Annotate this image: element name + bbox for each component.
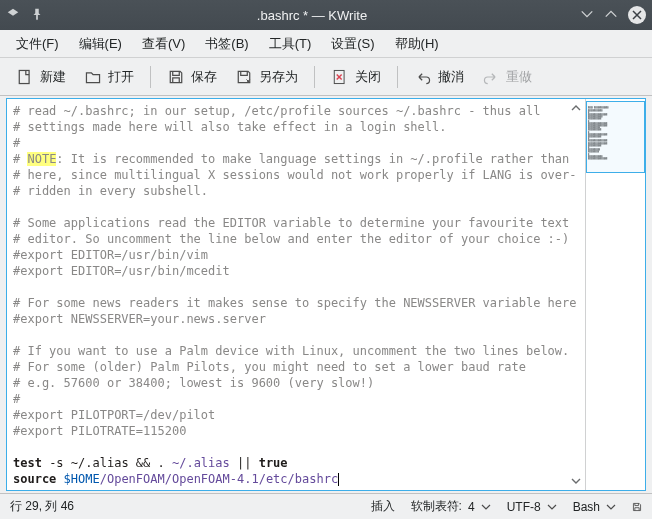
code-line: # settings made here will also take effe…	[13, 120, 446, 134]
menu-file[interactable]: 文件(F)	[8, 32, 67, 56]
undo-label: 撤消	[438, 68, 464, 86]
code-line: # here, since multilingual X sessions wo…	[13, 168, 577, 182]
toolbar: 新建 打开 保存 另存为 关闭 撤消 重做	[0, 58, 652, 96]
status-softtab[interactable]: 软制表符: 4	[411, 498, 491, 515]
code-line: # For some news readers it makes sense t…	[13, 296, 577, 310]
editor-area: # read ~/.bashrc; in our setup, /etc/pro…	[6, 98, 646, 491]
code-line: # For some (older) Palm Pilots, you migh…	[13, 360, 526, 374]
redo-label: 重做	[506, 68, 532, 86]
code-text: -s ~/.alias	[42, 456, 136, 470]
new-button[interactable]: 新建	[8, 64, 74, 90]
code-var: $HOME	[64, 472, 100, 486]
toolbar-separator	[314, 66, 315, 88]
menu-tools[interactable]: 工具(T)	[261, 32, 320, 56]
scroll-up-icon[interactable]	[569, 101, 583, 115]
saveas-icon	[235, 68, 253, 86]
redo-button[interactable]: 重做	[474, 64, 540, 90]
code-keyword: true	[259, 456, 288, 470]
code-line: # e.g. 57600 or 38400; lowest is 9600 (v…	[13, 376, 374, 390]
softtab-value: 4	[468, 500, 475, 514]
code-line: #export EDITOR=/usr/bin/vim	[13, 248, 208, 262]
code-text	[56, 472, 63, 486]
code-line: #	[13, 392, 20, 406]
open-label: 打开	[108, 68, 134, 86]
minimap-viewport[interactable]	[586, 101, 645, 173]
open-folder-icon	[84, 68, 102, 86]
save-label: 保存	[191, 68, 217, 86]
undo-icon	[414, 68, 432, 86]
menu-bookmarks[interactable]: 书签(B)	[197, 32, 256, 56]
code-line: #export NEWSSERVER=your.news.server	[13, 312, 266, 326]
code-line: # editor. So uncomment the line below an…	[13, 232, 569, 246]
new-file-icon	[16, 68, 34, 86]
maximize-icon[interactable]	[604, 7, 618, 24]
code-line: #export PILOTRATE=115200	[13, 424, 186, 438]
svg-rect-0	[19, 70, 29, 83]
save-button[interactable]: 保存	[159, 64, 225, 90]
menu-settings[interactable]: 设置(S)	[323, 32, 382, 56]
encoding-label: UTF-8	[507, 500, 541, 514]
chevron-down-icon	[547, 502, 557, 512]
toolbar-separator	[397, 66, 398, 88]
status-insert-mode[interactable]: 插入	[371, 498, 395, 515]
redo-icon	[482, 68, 500, 86]
saveas-button[interactable]: 另存为	[227, 64, 306, 90]
minimap[interactable]: ████ ████████████ ████████████ █ ███████…	[585, 99, 645, 490]
status-position[interactable]: 行 29, 列 46	[10, 498, 74, 515]
code-editor[interactable]: # read ~/.bashrc; in our setup, /etc/pro…	[7, 99, 585, 490]
pin-icon[interactable]	[30, 7, 44, 24]
status-save-icon[interactable]	[632, 502, 642, 512]
code-op: &&	[136, 456, 150, 470]
chevron-down-icon	[606, 502, 616, 512]
close-label: 关闭	[355, 68, 381, 86]
code-op: ||	[230, 456, 259, 470]
code-line: #export PILOTPORT=/dev/pilot	[13, 408, 215, 422]
code-line: # If you want to use a Palm device with …	[13, 344, 569, 358]
close-icon[interactable]	[628, 6, 646, 24]
new-label: 新建	[40, 68, 66, 86]
code-text: .	[150, 456, 172, 470]
code-line: #	[13, 136, 20, 150]
code-line: # Some applications read the EDITOR vari…	[13, 216, 569, 230]
code-line: #export EDITOR=/usr/bin/mcedit	[13, 264, 230, 278]
syntax-label: Bash	[573, 500, 600, 514]
menu-help[interactable]: 帮助(H)	[387, 32, 447, 56]
save-icon	[167, 68, 185, 86]
window-title: .bashrc * — KWrite	[44, 8, 580, 23]
highlighted-text: NOTE	[27, 152, 56, 166]
code-path: ~/.alias	[172, 456, 230, 470]
app-menu-icon[interactable]	[6, 7, 20, 24]
scroll-down-icon[interactable]	[569, 474, 583, 488]
saveas-label: 另存为	[259, 68, 298, 86]
close-button[interactable]: 关闭	[323, 64, 389, 90]
open-button[interactable]: 打开	[76, 64, 142, 90]
statusbar: 行 29, 列 46 插入 软制表符: 4 UTF-8 Bash	[0, 493, 652, 519]
undo-button[interactable]: 撤消	[406, 64, 472, 90]
chevron-down-icon	[481, 502, 491, 512]
code-line: # read ~/.bashrc; in our setup, /etc/pro…	[13, 104, 540, 118]
titlebar: .bashrc * — KWrite	[0, 0, 652, 30]
softtab-label: 软制表符:	[411, 498, 462, 515]
code-keyword: source	[13, 472, 56, 486]
text-cursor	[338, 473, 339, 486]
toolbar-separator	[150, 66, 151, 88]
code-line: : It is recommended to make language set…	[56, 152, 569, 166]
code-line: #	[13, 152, 27, 166]
code-keyword: test	[13, 456, 42, 470]
menu-view[interactable]: 查看(V)	[134, 32, 193, 56]
menu-edit[interactable]: 编辑(E)	[71, 32, 130, 56]
code-path: /OpenFOAM/OpenFOAM-4.1/etc/bashrc	[100, 472, 338, 486]
status-syntax[interactable]: Bash	[573, 500, 616, 514]
status-encoding[interactable]: UTF-8	[507, 500, 557, 514]
code-line: # ridden in every subshell.	[13, 184, 208, 198]
minimize-icon[interactable]	[580, 7, 594, 24]
menubar: 文件(F) 编辑(E) 查看(V) 书签(B) 工具(T) 设置(S) 帮助(H…	[0, 30, 652, 58]
close-doc-icon	[331, 68, 349, 86]
